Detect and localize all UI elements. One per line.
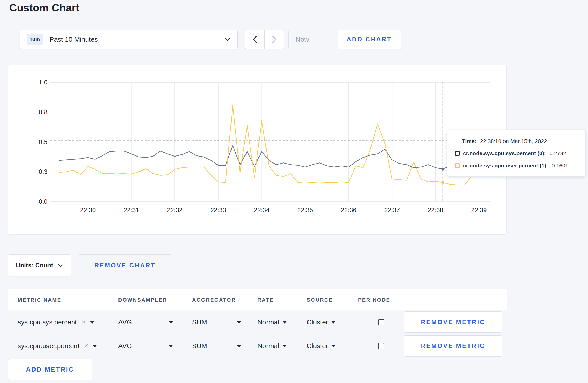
metric-name-select[interactable]: sys.cpu.sys.percent × — [18, 318, 118, 326]
y-axis-tick-label: 0.0 — [18, 198, 47, 205]
aggregator-value: SUM — [192, 342, 207, 350]
series-line-user-percent — [59, 105, 486, 185]
chevron-left-icon — [252, 35, 257, 44]
remove-metric-button[interactable]: REMOVE METRIC — [404, 311, 502, 333]
chevron-down-icon — [224, 37, 231, 41]
time-range-dropdown[interactable]: 10m Past 10 Minutes — [20, 30, 238, 49]
rate-select[interactable]: Normal — [257, 342, 307, 350]
source-value: Cluster — [307, 318, 328, 326]
hover-point-sys-percent — [441, 168, 444, 171]
clear-metric-icon[interactable]: × — [84, 342, 88, 350]
series-line-sys-percent — [59, 146, 486, 169]
x-axis-tick-label: 22:37 — [379, 206, 405, 214]
column-header-rate: RATE — [257, 297, 307, 303]
source-select[interactable]: Cluster — [307, 318, 358, 326]
caret-down-icon — [169, 345, 173, 347]
caret-down-icon — [237, 345, 241, 347]
tooltip-time-value: 22:38:10 on Mar 15th, 2022 — [480, 138, 547, 144]
per-node-checkbox[interactable] — [378, 319, 384, 325]
add-chart-button[interactable]: ADD CHART — [338, 30, 401, 49]
add-metric-button[interactable]: ADD METRIC — [8, 359, 92, 380]
downsampler-select[interactable]: AVG — [118, 342, 192, 350]
metric-name-value: sys.cpu.user.percent — [18, 342, 79, 350]
x-axis-tick-label: 22:39 — [466, 206, 492, 214]
caret-down-icon — [90, 321, 95, 324]
x-axis-tick-label: 22:38 — [423, 206, 449, 214]
remove-metric-button[interactable]: REMOVE METRIC — [404, 335, 502, 357]
downsampler-value: AVG — [118, 342, 132, 350]
chart-card: 1.0 0.8 0.5 0.3 0.0 22:30 22:31 22:32 22… — [8, 65, 507, 235]
now-button[interactable]: Now — [288, 30, 316, 49]
chevron-down-icon — [58, 264, 63, 267]
tooltip-series-row: cr.node.sys.cpu.user.percent (1): 0.1601 — [455, 159, 580, 172]
gridlines — [50, 82, 490, 202]
rate-value: Normal — [257, 342, 279, 350]
y-axis-tick-label: 1.0 — [18, 79, 47, 86]
metric-name-select[interactable]: sys.cpu.user.percent × — [18, 342, 118, 350]
chevron-right-icon — [272, 35, 277, 44]
units-bar: Units: Count REMOVE CHART — [8, 254, 172, 276]
rate-value: Normal — [257, 318, 279, 326]
aggregator-value: SUM — [192, 318, 207, 326]
y-axis-tick-label: 0.3 — [18, 168, 47, 176]
column-header-aggregator: AGGREGATOR — [192, 297, 257, 303]
previous-time-window-button[interactable] — [245, 30, 264, 49]
per-node-cell — [358, 319, 404, 325]
column-header-downsampler: DOWNSAMPLER — [118, 297, 192, 303]
metrics-table: METRIC NAME DOWNSAMPLER AGGREGATOR RATE … — [8, 289, 507, 358]
x-axis-tick-label: 22:34 — [249, 206, 275, 214]
caret-down-icon — [331, 321, 336, 324]
caret-down-icon — [169, 321, 173, 324]
user-percent-swatch-icon — [455, 163, 460, 168]
toolbar: 10m Past 10 Minutes Now ADD CHART — [8, 30, 401, 49]
tooltip-time-label: Time: — [462, 138, 477, 144]
tooltip-series-row: cr.node.sys.cpu.sys.percent (0): 0.2732 — [455, 147, 580, 159]
y-axis-tick-label: 0.5 — [18, 138, 47, 146]
caret-down-icon — [331, 345, 336, 347]
tooltip-time-row: Time: 22:38:10 on Mar 15th, 2022 — [455, 135, 580, 147]
column-header-per-node: PER NODE — [358, 297, 404, 303]
per-node-checkbox[interactable] — [378, 343, 384, 349]
x-axis-tick-label: 22:33 — [205, 206, 231, 214]
x-axis-tick-label: 22:32 — [162, 206, 188, 214]
x-axis-tick-label: 22:30 — [75, 206, 101, 214]
tooltip-series-value: 0.2732 — [550, 150, 566, 157]
time-window-nav — [245, 30, 284, 49]
source-select[interactable]: Cluster — [307, 342, 358, 350]
page-title: Custom Chart — [9, 2, 79, 14]
metrics-table-header: METRIC NAME DOWNSAMPLER AGGREGATOR RATE … — [8, 289, 507, 310]
metric-row: sys.cpu.sys.percent × AVG SUM Normal — [8, 310, 507, 334]
aggregator-select[interactable]: SUM — [192, 342, 257, 350]
chart-hover-tooltip: Time: 22:38:10 on Mar 15th, 2022 cr.node… — [447, 130, 586, 177]
rate-select[interactable]: Normal — [257, 318, 307, 326]
source-value: Cluster — [307, 342, 328, 350]
custom-chart-page: Custom Chart 10m Past 10 Minutes Now — [0, 0, 588, 383]
hover-point-user-percent — [441, 181, 444, 184]
column-header-metric-name: METRIC NAME — [18, 297, 118, 303]
downsampler-value: AVG — [118, 318, 132, 326]
units-label: Units: Count — [16, 262, 53, 269]
downsampler-select[interactable]: AVG — [118, 318, 192, 326]
tooltip-series-label: cr.node.sys.cpu.user.percent (1): — [463, 162, 548, 169]
sys-percent-swatch-icon — [455, 151, 460, 156]
tooltip-series-label: cr.node.sys.cpu.sys.percent (0): — [463, 150, 546, 157]
time-range-label: Past 10 Minutes — [50, 36, 98, 44]
metric-name-value: sys.cpu.sys.percent — [18, 318, 77, 326]
metric-row: sys.cpu.user.percent × AVG SUM Normal — [8, 334, 507, 358]
clear-metric-icon[interactable]: × — [81, 318, 86, 326]
caret-down-icon — [93, 345, 97, 347]
x-axis-tick-label: 22:36 — [336, 206, 362, 214]
caret-down-icon — [282, 321, 287, 324]
caret-down-icon — [282, 345, 287, 347]
aggregator-select[interactable]: SUM — [192, 318, 257, 326]
units-dropdown[interactable]: Units: Count — [8, 254, 71, 276]
next-time-window-button[interactable] — [264, 30, 284, 49]
per-node-cell — [358, 343, 404, 349]
x-axis-tick-label: 22:35 — [292, 206, 318, 214]
timeseries-plot[interactable] — [50, 82, 490, 202]
caret-down-icon — [237, 321, 241, 324]
x-axis-tick-label: 22:31 — [118, 206, 144, 214]
remove-chart-button[interactable]: REMOVE CHART — [78, 254, 172, 276]
y-axis-tick-label: 0.8 — [18, 108, 47, 116]
toolbar-divider — [8, 30, 8, 49]
